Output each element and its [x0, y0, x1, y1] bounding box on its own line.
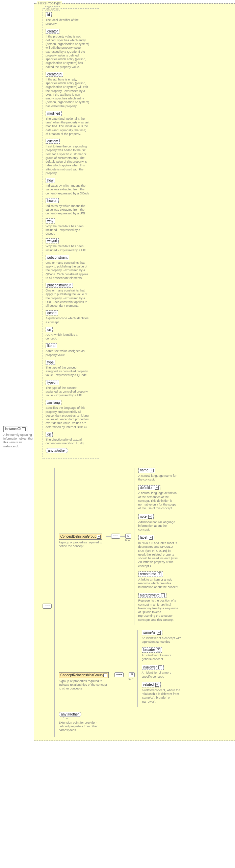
element-note: note +Additional natural language inform… [138, 514, 179, 532]
attr-label: typeuri [46, 380, 59, 385]
attr-why: whyWhy the metadata has been included - … [46, 218, 96, 236]
attr-uri: uriA URI which identifies a concept. [46, 327, 96, 341]
element-label: hierarchyInfo + [138, 593, 167, 598]
attr-label: creatoruri [46, 72, 63, 77]
element-label: name + [138, 468, 156, 473]
sequence-icon: •─•─• [43, 604, 52, 609]
attr-label: why [46, 218, 55, 224]
attr-desc: The type of the concept assigned as cont… [46, 366, 89, 377]
plus-icon[interactable]: + [149, 536, 153, 540]
attr-desc: The type of the concept assigned as cont… [46, 386, 89, 398]
element-facet: facet +In NAR 1.8 and later, facet is de… [138, 535, 179, 568]
element-label: sameAs + [142, 630, 163, 635]
plus-icon[interactable]: + [158, 572, 161, 576]
attr-desc: One or many constraints that apply to pu… [46, 289, 89, 308]
attr-how: howIndicates by which means the value wa… [46, 178, 96, 195]
element-desc: An identifier of a concept with equivale… [142, 636, 182, 644]
element-desc: Additional natural language information … [138, 520, 179, 532]
sequence-icon: •─•─• [111, 534, 120, 539]
attr-label: type [46, 360, 55, 365]
attr-qcode: qcodeA qualified code which identifies a… [46, 310, 96, 324]
plus-icon[interactable]: + [157, 631, 161, 635]
attr-pubconstraint: pubconstraintOne or many constraints tha… [46, 255, 96, 280]
attributes-container: attributes idThe local identifier of the… [43, 8, 99, 459]
attr-label: creator [46, 29, 59, 34]
attr-desc: If the attribute is empty, specifies whi… [46, 78, 89, 108]
attr-literal: literalA free-text value assigned as pro… [46, 343, 96, 357]
minus-icon[interactable]: − [103, 674, 107, 677]
plus-icon[interactable]: + [157, 648, 160, 652]
root-node-label: instanceOf [5, 427, 21, 431]
plus-icon[interactable]: + [150, 469, 154, 472]
attr-desc: Indicates by which means the value was e… [46, 204, 89, 216]
attr-type: typeThe type of the concept assigned as … [46, 360, 96, 377]
attr-desc: A qualified code which identifies a conc… [46, 316, 89, 324]
attr-label: pubconstraint [46, 255, 69, 260]
attr-desc: Indicates by which means the value was e… [46, 184, 89, 195]
attr-desc: The local identifier of the property. [46, 18, 89, 26]
plus-icon[interactable]: + [161, 593, 165, 597]
element-sameAs: sameAs +An identifier of a concept with … [142, 630, 182, 644]
element-desc: A natural language name for the concept. [138, 474, 179, 482]
attr-desc: The date (and, optionally, the time) whe… [46, 117, 89, 136]
element-hierarchyInfo: hierarchyInfo +Represents the position o… [138, 593, 179, 622]
attr-label: whyuri [46, 238, 59, 243]
plus-icon[interactable]: + [158, 665, 162, 669]
concept-relationships-group: ConceptRelationshipsGroup− A group of pr… [59, 672, 109, 691]
attr-any-other: any ##other [46, 448, 96, 453]
attr-any-other-label: any ##other [46, 448, 68, 453]
attr-creatoruri: creatoruriIf the attribute is empty, spe… [46, 72, 96, 108]
attr-modified: modifiedThe date (and, optionally, the t… [46, 111, 96, 136]
element-label: narrower + [142, 665, 164, 670]
plus-icon[interactable]: + [155, 683, 159, 687]
group-def-label: ConceptDefinitionGroup [60, 535, 97, 538]
attr-desc: Why the metadata has been included - exp… [46, 225, 89, 236]
concept-definition-group: ConceptDefinitionGroup− A group of prope… [59, 534, 106, 548]
attr-custom: customIf set to true the corresponding p… [46, 139, 96, 175]
attr-typeuri: typeuriThe type of the concept assigned … [46, 380, 96, 398]
attr-desc: If the property value is not defined, sp… [46, 35, 89, 69]
attr-dir: dirThe directionality of textual content… [46, 432, 96, 446]
attr-desc: If set to true the corresponding propert… [46, 145, 89, 175]
group-rel-card: 0..∞ [129, 677, 135, 680]
element-desc: In NAR 1.8 and later, facet is deprecate… [138, 541, 179, 568]
any-other-label: any ##other [59, 712, 81, 717]
attr-pubconstrainturi: pubconstrainturiOne or many constraints … [46, 283, 96, 308]
element-related: related +A related concept, where the re… [142, 682, 182, 704]
element-label: remoteInfo + [138, 571, 163, 577]
attr-howuri: howuriIndicates by which means the value… [46, 198, 96, 216]
plus-icon[interactable]: + [148, 515, 152, 519]
any-other-desc: Extension point for provider-defined pro… [59, 721, 103, 732]
attributes-legend: attributes [45, 6, 60, 10]
element-desc: An identifier of a more specific concept… [142, 671, 182, 679]
attr-desc: Specifies the language of this property … [46, 406, 89, 429]
attr-label: howuri [46, 198, 59, 203]
element-label: related + [142, 682, 161, 687]
element-remoteInfo: remoteInfo +A link to an item or a web r… [138, 571, 179, 589]
element-broader: broader +An identifier of a more generic… [142, 647, 182, 661]
attr-label: custom [46, 139, 60, 144]
attr-label: literal [46, 343, 57, 348]
element-label: definition + [138, 485, 161, 491]
element-narrower: narrower +An identifier of a more specif… [142, 665, 182, 679]
element-name: name +A natural language name for the co… [138, 468, 179, 482]
element-desc: A natural language definition of the sem… [138, 491, 179, 510]
minus-icon[interactable]: − [22, 427, 26, 431]
attr-desc: The directionality of textual content (e… [46, 438, 89, 446]
element-desc: An identifier of a more generic concept. [142, 654, 182, 661]
plus-icon[interactable]: + [155, 486, 159, 490]
attr-creator: creatorIf the property value is not defi… [46, 29, 96, 69]
attr-xml-lang: xml:langSpecifies the language of this p… [46, 400, 96, 429]
attr-label: qcode [46, 310, 58, 315]
group-rel-label: ConceptRelationshipsGroup [60, 673, 103, 677]
sequence-icon: •─•─• [114, 672, 124, 677]
attr-desc: Why the metadata has been included - exp… [46, 244, 89, 252]
attr-label: modified [46, 111, 62, 116]
group-def-desc: A group of properties required to define… [59, 541, 106, 548]
switch-icon: ⊟ [129, 672, 135, 677]
attr-label: dir [46, 432, 53, 437]
any-other-element: any ##other 0..∞ Extension point for pro… [59, 712, 103, 732]
attr-label: how [46, 178, 55, 183]
attr-label: xml:lang [46, 400, 61, 405]
minus-icon[interactable]: − [97, 535, 101, 539]
